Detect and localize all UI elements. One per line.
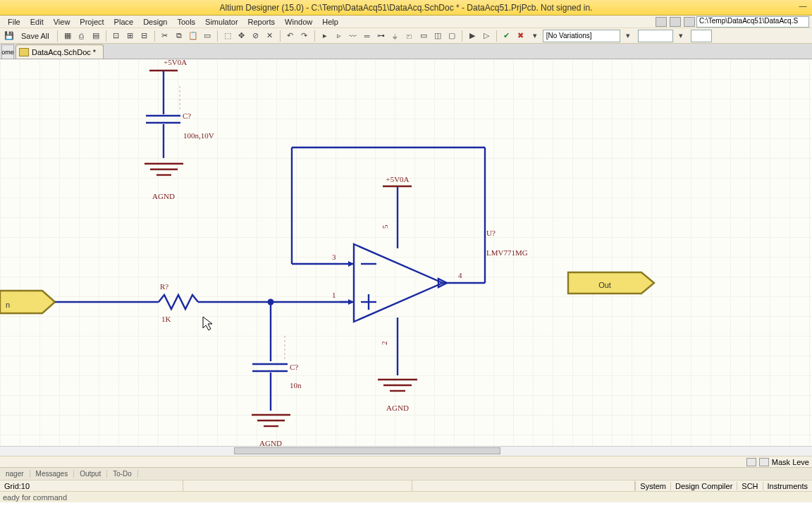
r-value: 1K [161, 315, 171, 323]
r-designator: R? [160, 282, 168, 291]
h-scrollbar[interactable] [0, 446, 812, 456]
btab-todo[interactable]: To-Do [107, 470, 138, 478]
deselect-icon[interactable]: ⊘ [250, 30, 262, 42]
wire-icon[interactable]: 〰 [347, 30, 359, 42]
schematic-svg: +5V0A C? 100n,10V AGND n R? 1K [0, 59, 812, 446]
menu-project[interactable]: Project [75, 18, 109, 26]
schematic-canvas[interactable]: +5V0A C? 100n,10V AGND n R? 1K [0, 59, 812, 446]
btab-messages[interactable]: Messages [30, 470, 75, 478]
mask-icon-1[interactable] [746, 458, 756, 466]
open-icon[interactable]: ▦ [61, 30, 74, 42]
minimize-button[interactable]: — [796, 1, 809, 13]
h-scroll-thumb[interactable] [234, 447, 500, 454]
redo-icon[interactable]: ↷ [298, 30, 311, 42]
compile2-icon[interactable]: ▷ [480, 30, 493, 42]
variation-combo[interactable]: [No Variations] [543, 30, 620, 42]
part-icon[interactable]: ◫ [431, 30, 444, 42]
cut-icon[interactable]: ✂ [159, 30, 171, 42]
status-bar: Grid:10 System Design Compiler SCH Instr… [0, 480, 812, 491]
menu-view[interactable]: View [49, 18, 75, 26]
print-icon[interactable]: ⎙ [75, 30, 88, 42]
menu-tools[interactable]: Tools [172, 18, 200, 26]
vcc-icon[interactable]: ⏍ [403, 30, 416, 42]
zoom-fit-icon[interactable]: ⊡ [110, 30, 123, 42]
agnd2-label: AGND [386, 404, 409, 412]
cross-icon[interactable]: ▹ [333, 30, 345, 42]
save-icon[interactable]: 💾 [3, 30, 16, 42]
in-port-label: n [6, 301, 10, 309]
hierarchy-icon[interactable]: ▸ [319, 30, 331, 42]
paste-icon[interactable]: 📋 [187, 30, 199, 42]
zoom-sel-icon[interactable]: ⊟ [138, 30, 151, 42]
select-icon[interactable]: ⬚ [221, 30, 234, 42]
nav-fwd-icon[interactable] [670, 17, 681, 27]
status-sch[interactable]: SCH [737, 482, 762, 490]
cursor-icon [203, 317, 212, 330]
u-value: LMV771MG [486, 248, 528, 257]
menu-help[interactable]: Help [317, 18, 343, 26]
var-drop-icon[interactable]: ▾ [622, 30, 634, 42]
save-all-button[interactable]: Save All [17, 30, 54, 42]
menu-simulator[interactable]: Simulator [200, 18, 242, 26]
nav-back-icon[interactable] [656, 17, 667, 27]
gnd-icon[interactable]: ⏚ [389, 30, 402, 42]
cancel-icon[interactable]: ✖ [515, 30, 527, 42]
opamp-power-label: +5V0A [386, 175, 409, 183]
menu-design[interactable]: Design [138, 18, 172, 26]
svg-marker-43 [568, 272, 654, 294]
sheet-icon[interactable]: ▢ [445, 30, 458, 42]
status-cell-3 [412, 480, 635, 491]
tab-label: DataAcq.SchDoc * [32, 48, 96, 56]
tab-home[interactable]: ome [1, 44, 14, 59]
pin3-label: 3 [332, 253, 336, 261]
path-box[interactable]: C:\Temp\DataAcq51\DataAcq.S [696, 16, 809, 28]
schdoc-icon [19, 48, 29, 56]
pin4-label: 4 [458, 271, 462, 279]
window-title: Altium Designer (15.0) - C:\Temp\DataAcq… [220, 3, 593, 13]
grid-label: Grid:10 [4, 482, 30, 490]
status-designcompiler[interactable]: Design Compiler [670, 482, 737, 490]
menu-file[interactable]: File [3, 18, 25, 26]
toolbar: 💾 Save All ▦ ⎙ ▤ ⊡ ⊞ ⊟ ✂ ⧉ 📋 ▭ ⬚ ✥ ⊘ ✕ ↶… [0, 28, 812, 44]
btab-output[interactable]: Output [74, 470, 107, 478]
undo-icon[interactable]: ↶ [284, 30, 297, 42]
c2-value: 10n [290, 381, 302, 389]
status-instruments[interactable]: Instruments [763, 482, 812, 490]
pin1-label: 1 [332, 291, 336, 299]
combo-1[interactable] [638, 30, 673, 42]
mask-icon-2[interactable] [759, 458, 769, 466]
pin5-label: 5 [381, 224, 389, 229]
agnd3-label: AGND [259, 439, 282, 446]
compile-icon[interactable]: ▶ [466, 30, 479, 42]
mask-level-label[interactable]: Mask Leve [772, 458, 809, 466]
svg-marker-44 [203, 317, 212, 330]
drop-icon[interactable]: ▾ [529, 30, 541, 42]
c1-value: 100n,10V [183, 131, 214, 140]
btab-manager[interactable]: nager [0, 470, 30, 478]
menu-edit[interactable]: Edit [25, 18, 49, 26]
ready-label: eady for command [3, 493, 67, 502]
menu-window[interactable]: Window [280, 18, 317, 26]
clear-icon[interactable]: ✕ [264, 30, 276, 42]
rubber-icon[interactable]: ▭ [201, 30, 214, 42]
port-icon[interactable]: ▭ [417, 30, 430, 42]
copy-icon[interactable]: ⧉ [173, 30, 185, 42]
combo1-drop-icon[interactable]: ▾ [675, 30, 687, 42]
preview-icon[interactable]: ▤ [90, 30, 102, 42]
menu-place[interactable]: Place [109, 18, 139, 26]
combo-2[interactable] [691, 30, 712, 42]
ok-icon[interactable]: ✔ [500, 30, 513, 42]
out-port-label: Out [598, 281, 611, 289]
zoom-area-icon[interactable]: ⊞ [124, 30, 137, 42]
svg-marker-23 [354, 244, 443, 322]
menu-reports[interactable]: Reports [243, 18, 281, 26]
tab-schdoc[interactable]: DataAcq.SchDoc * [16, 44, 104, 59]
agnd1-label: AGND [152, 192, 175, 200]
move-icon[interactable]: ✥ [235, 30, 248, 42]
bus-icon[interactable]: ═ [361, 30, 374, 42]
status-cell-2 [183, 480, 412, 491]
status-system[interactable]: System [635, 482, 670, 490]
power-top-label: +5V0A [164, 59, 187, 66]
net-icon[interactable]: ⊶ [375, 30, 388, 42]
home-icon[interactable] [684, 17, 695, 27]
